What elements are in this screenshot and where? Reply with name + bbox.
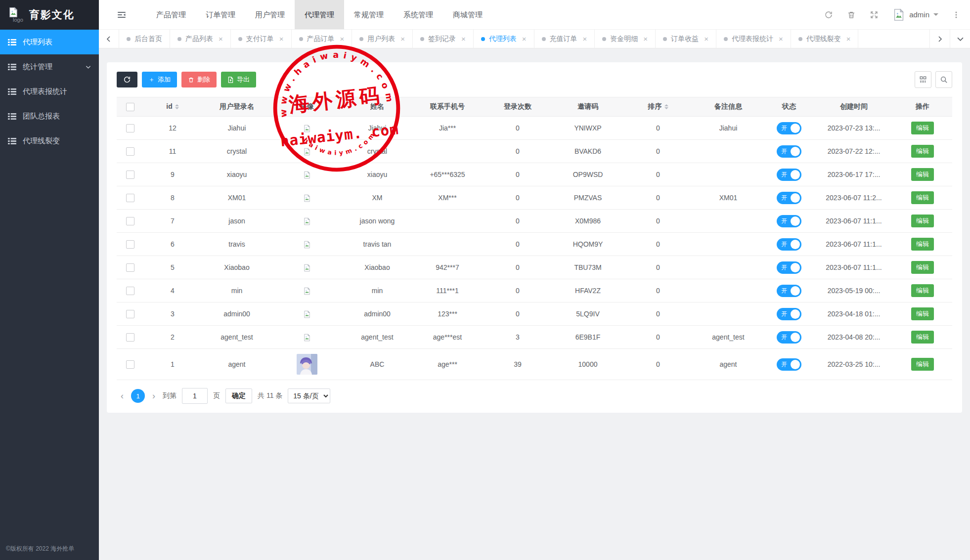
sort-icon[interactable] — [175, 102, 179, 111]
status-toggle[interactable]: 开 — [777, 192, 801, 204]
next-page-button[interactable]: › — [150, 391, 157, 401]
status-toggle[interactable]: 开 — [777, 145, 801, 158]
tab-产品列表[interactable]: 产品列表× — [170, 30, 231, 48]
edit-button[interactable]: 编辑 — [911, 145, 934, 158]
sidebar-item-代理线裂变[interactable]: 代理线裂变 — [0, 129, 99, 153]
tab-后台首页[interactable]: 后台首页 — [119, 30, 170, 48]
status-toggle[interactable]: 开 — [777, 331, 801, 344]
tab-支付订单[interactable]: 支付订单× — [231, 30, 292, 48]
tab-充值订单[interactable]: 充值订单× — [534, 30, 595, 48]
tab-产品订单[interactable]: 产品订单× — [292, 30, 353, 48]
tabs-more-icon[interactable] — [950, 30, 970, 48]
tab-close-icon[interactable]: × — [400, 35, 405, 43]
prev-page-button[interactable]: ‹ — [119, 391, 126, 401]
edit-button[interactable]: 编辑 — [911, 261, 934, 274]
nav-item[interactable]: 代理管理 — [295, 0, 344, 29]
search-icon[interactable] — [935, 71, 952, 88]
status-toggle[interactable]: 开 — [777, 308, 801, 320]
tab-代理列表[interactable]: 代理列表× — [474, 30, 534, 48]
refresh-table-button[interactable] — [117, 72, 137, 87]
tab-资金明细[interactable]: 资金明细× — [595, 30, 656, 48]
row-checkbox[interactable] — [126, 360, 134, 369]
tabs-scroll-left-icon[interactable] — [99, 30, 119, 48]
tab-代理线裂变[interactable]: 代理线裂变× — [791, 30, 859, 48]
page-size-select[interactable]: 15 条/页 — [288, 388, 330, 403]
app-window: logo 育影文化 代理列表统计管理代理表报统计团队总报表代理线裂变 ©版权所有… — [0, 0, 970, 560]
user-menu[interactable]: admin — [892, 8, 938, 21]
cell-phone: 111***1 — [412, 279, 483, 302]
tab-close-icon[interactable]: × — [583, 35, 587, 43]
row-checkbox[interactable] — [126, 217, 134, 225]
edit-button[interactable]: 编辑 — [911, 284, 934, 297]
edit-button[interactable]: 编辑 — [911, 307, 934, 320]
status-toggle[interactable]: 开 — [777, 215, 801, 227]
edit-button[interactable]: 编辑 — [911, 331, 934, 344]
tab-close-icon[interactable]: × — [779, 35, 783, 43]
delete-button[interactable]: 删除 — [181, 72, 217, 87]
confirm-page-button[interactable]: 确定 — [225, 388, 252, 403]
edit-button[interactable]: 编辑 — [911, 238, 934, 251]
nav-item[interactable]: 商城管理 — [443, 0, 492, 29]
sidebar-item-代理表报统计[interactable]: 代理表报统计 — [0, 79, 99, 104]
nav-item[interactable]: 常规管理 — [344, 0, 394, 29]
tab-close-icon[interactable]: × — [461, 35, 466, 43]
status-toggle[interactable]: 开 — [777, 358, 801, 371]
add-button[interactable]: ＋添加 — [142, 72, 177, 87]
edit-button[interactable]: 编辑 — [911, 358, 934, 371]
tab-订单收益[interactable]: 订单收益× — [656, 30, 716, 48]
tab-close-icon[interactable]: × — [219, 35, 223, 43]
tab-close-icon[interactable]: × — [643, 35, 648, 43]
row-checkbox[interactable] — [126, 240, 134, 249]
status-toggle[interactable]: 开 — [777, 285, 801, 297]
edit-button[interactable]: 编辑 — [911, 191, 934, 204]
row-checkbox[interactable] — [126, 333, 134, 342]
cell-status: 开 — [763, 233, 815, 256]
columns-filter-icon[interactable] — [915, 71, 931, 88]
row-checkbox[interactable] — [126, 310, 134, 318]
sidebar-item-代理列表[interactable]: 代理列表 — [0, 30, 99, 54]
row-checkbox[interactable] — [126, 147, 134, 156]
copyright: ©版权所有 2022 海外抢单 — [6, 545, 74, 553]
edit-button[interactable]: 编辑 — [911, 215, 934, 227]
edit-button[interactable]: 编辑 — [911, 168, 934, 181]
nav-item[interactable]: 用户管理 — [245, 0, 295, 29]
tab-close-icon[interactable]: × — [846, 35, 851, 43]
more-dots-icon[interactable] — [952, 11, 960, 19]
tab-用户列表[interactable]: 用户列表× — [352, 30, 413, 48]
sidebar-item-团队总报表[interactable]: 团队总报表 — [0, 104, 99, 129]
nav-item[interactable]: 产品管理 — [146, 0, 196, 29]
row-checkbox[interactable] — [126, 124, 134, 132]
status-toggle[interactable]: 开 — [777, 238, 801, 251]
cell-invite-code: 10000 — [553, 349, 623, 380]
brand-logo[interactable]: logo 育影文化 — [0, 0, 99, 30]
fullscreen-icon[interactable] — [870, 10, 879, 19]
row-checkbox[interactable] — [126, 171, 134, 179]
nav-item[interactable]: 系统管理 — [394, 0, 443, 29]
row-checkbox[interactable] — [126, 194, 134, 202]
tab-close-icon[interactable]: × — [522, 35, 527, 43]
edit-button[interactable]: 编辑 — [911, 122, 934, 134]
refresh-icon[interactable] — [824, 10, 833, 19]
export-button[interactable]: 导出 — [221, 72, 256, 87]
select-all-checkbox[interactable] — [126, 103, 134, 111]
column-header[interactable]: 排序 — [623, 97, 693, 117]
column-header[interactable]: id — [143, 97, 202, 117]
status-toggle[interactable]: 开 — [777, 261, 801, 274]
sort-icon[interactable] — [664, 102, 668, 111]
tab-代理表报统计[interactable]: 代理表报统计× — [716, 30, 791, 48]
status-toggle[interactable]: 开 — [777, 169, 801, 181]
nav-item[interactable]: 订单管理 — [196, 0, 245, 29]
tab-签到记录[interactable]: 签到记录× — [413, 30, 474, 48]
tabs-scroll-right-icon[interactable] — [929, 30, 950, 48]
page-input[interactable] — [182, 388, 208, 404]
row-checkbox[interactable] — [126, 263, 134, 272]
current-page-button[interactable]: 1 — [131, 389, 145, 403]
status-toggle[interactable]: 开 — [777, 122, 801, 134]
trash-icon[interactable] — [847, 10, 856, 19]
row-checkbox[interactable] — [126, 287, 134, 295]
collapse-menu-icon[interactable] — [99, 0, 146, 29]
tab-close-icon[interactable]: × — [279, 35, 284, 43]
tab-close-icon[interactable]: × — [340, 35, 345, 43]
sidebar-item-统计管理[interactable]: 统计管理 — [0, 54, 99, 79]
tab-close-icon[interactable]: × — [704, 35, 708, 43]
